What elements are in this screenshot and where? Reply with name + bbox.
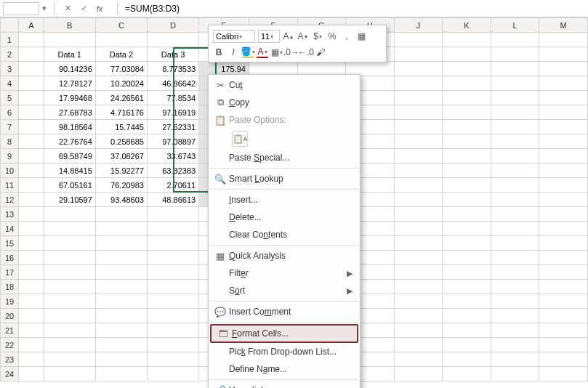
col-A-header[interactable]: A — [19, 18, 44, 33]
cell-A10[interactable] — [19, 163, 44, 178]
cell-A2[interactable] — [19, 47, 44, 62]
cell-J7[interactable] — [394, 120, 443, 134]
cell-B5[interactable]: 17.99468 — [44, 91, 95, 105]
cell-D11[interactable]: 2.70611 — [147, 178, 198, 193]
cell-K10[interactable] — [443, 163, 491, 178]
row-13-header[interactable]: 13 — [1, 207, 19, 222]
row-23-header[interactable]: 23 — [1, 352, 19, 367]
cell-J17[interactable] — [394, 265, 443, 280]
cell-C2[interactable]: Data 2 — [95, 47, 147, 62]
cell-K7[interactable] — [443, 120, 491, 134]
cell-K6[interactable] — [443, 105, 491, 120]
cell-J1[interactable] — [394, 33, 443, 47]
conditional-format-icon[interactable]: ▦ — [355, 31, 367, 42]
cell-A1[interactable] — [19, 33, 44, 47]
cell-L20[interactable] — [491, 309, 539, 323]
cell-D13[interactable] — [147, 207, 198, 222]
accounting-format-icon[interactable]: $▾ — [312, 31, 323, 42]
cell-J18[interactable] — [394, 280, 443, 294]
cell-D17[interactable] — [147, 265, 198, 280]
cell-D8[interactable]: 97.08897 — [147, 134, 198, 149]
cell-A5[interactable] — [19, 91, 44, 105]
cell-M3[interactable] — [539, 62, 588, 76]
cell-A9[interactable] — [19, 149, 44, 163]
cell-C22[interactable] — [95, 338, 147, 352]
cell-B18[interactable] — [44, 280, 95, 294]
cell-C3[interactable]: 77.03084 — [95, 62, 147, 76]
cell-D18[interactable] — [147, 280, 198, 294]
row-11-header[interactable]: 11 — [1, 178, 19, 193]
cell-L11[interactable] — [491, 178, 539, 193]
cell-K18[interactable] — [443, 280, 491, 294]
fill-color-icon[interactable]: 🪣▾ — [242, 47, 254, 58]
cell-M12[interactable] — [539, 193, 588, 207]
cell-L14[interactable] — [491, 222, 539, 236]
ctx-delete[interactable]: Delete... — [209, 209, 360, 226]
cell-A19[interactable] — [19, 294, 44, 309]
cell-K19[interactable] — [443, 294, 491, 309]
cell-B13[interactable] — [44, 207, 95, 222]
ctx-quick-analysis[interactable]: ▦ Quick Analysis — [209, 247, 360, 264]
ctx-sort[interactable]: Sort ▶ — [209, 282, 360, 299]
cell-A4[interactable] — [19, 76, 44, 91]
cell-M5[interactable] — [539, 91, 588, 105]
row-6-header[interactable]: 6 — [1, 105, 19, 120]
ctx-insert-comment[interactable]: 💬 Insert Comment — [209, 303, 360, 320]
cell-A24[interactable] — [19, 367, 44, 381]
cell-A11[interactable] — [19, 178, 44, 193]
row-2-header[interactable]: 2 — [1, 47, 19, 62]
row-19-header[interactable]: 19 — [1, 294, 19, 309]
cell-M4[interactable] — [539, 76, 588, 91]
cell-L10[interactable] — [491, 163, 539, 178]
cell-A13[interactable] — [19, 207, 44, 222]
cell-K21[interactable] — [443, 323, 491, 338]
col-M-header[interactable]: M — [539, 18, 588, 33]
cell-M22[interactable] — [539, 338, 588, 352]
cell-C11[interactable]: 76.20983 — [95, 178, 147, 193]
font-name-combo[interactable]: Calibri▾ — [213, 30, 255, 43]
cell-K8[interactable] — [443, 134, 491, 149]
row-15-header[interactable]: 15 — [1, 236, 19, 251]
cell-B24[interactable] — [44, 367, 95, 381]
cell-C19[interactable] — [95, 294, 147, 309]
decrease-decimal-icon[interactable]: ←.0 — [300, 47, 312, 58]
cell-J13[interactable] — [394, 207, 443, 222]
select-all-corner[interactable] — [1, 18, 19, 33]
cell-D22[interactable] — [147, 338, 198, 352]
cell-B7[interactable]: 98.18564 — [44, 120, 95, 134]
cell-A12[interactable] — [19, 193, 44, 207]
cell-J10[interactable] — [394, 163, 443, 178]
row-7-header[interactable]: 7 — [1, 120, 19, 134]
cell-L22[interactable] — [491, 338, 539, 352]
row-16-header[interactable]: 16 — [1, 251, 19, 265]
ctx-cut[interactable]: ✂ Cut — [209, 76, 360, 94]
ctx-smart-lookup[interactable]: 🔍 Smart Lookup — [209, 170, 360, 187]
cell-J4[interactable] — [394, 76, 443, 91]
cell-D15[interactable] — [147, 236, 198, 251]
cell-L2[interactable] — [491, 47, 539, 62]
cell-C10[interactable]: 15.92277 — [95, 163, 147, 178]
cell-J16[interactable] — [394, 251, 443, 265]
cell-J14[interactable] — [394, 222, 443, 236]
formula-input[interactable]: =SUM(B3:D3) — [122, 4, 588, 14]
cell-C12[interactable]: 93.48603 — [95, 193, 147, 207]
percent-format-icon[interactable]: % — [326, 31, 338, 42]
col-C-header[interactable]: C — [95, 18, 147, 33]
cell-A17[interactable] — [19, 265, 44, 280]
cell-B16[interactable] — [44, 251, 95, 265]
ctx-define-name[interactable]: Define Name... — [209, 360, 360, 378]
cell-J5[interactable] — [394, 91, 443, 105]
cell-L12[interactable] — [491, 193, 539, 207]
row-5-header[interactable]: 5 — [1, 91, 19, 105]
cell-M21[interactable] — [539, 323, 588, 338]
cell-L4[interactable] — [491, 76, 539, 91]
font-color-icon[interactable]: A▾ — [257, 47, 268, 58]
row-20-header[interactable]: 20 — [1, 309, 19, 323]
cell-B22[interactable] — [44, 338, 95, 352]
cell-J15[interactable] — [394, 236, 443, 251]
insert-function-icon[interactable]: fx — [95, 4, 104, 13]
cell-M7[interactable] — [539, 120, 588, 134]
row-22-header[interactable]: 22 — [1, 338, 19, 352]
ctx-filter[interactable]: Filter ▶ — [209, 264, 360, 282]
cell-C24[interactable] — [95, 367, 147, 381]
